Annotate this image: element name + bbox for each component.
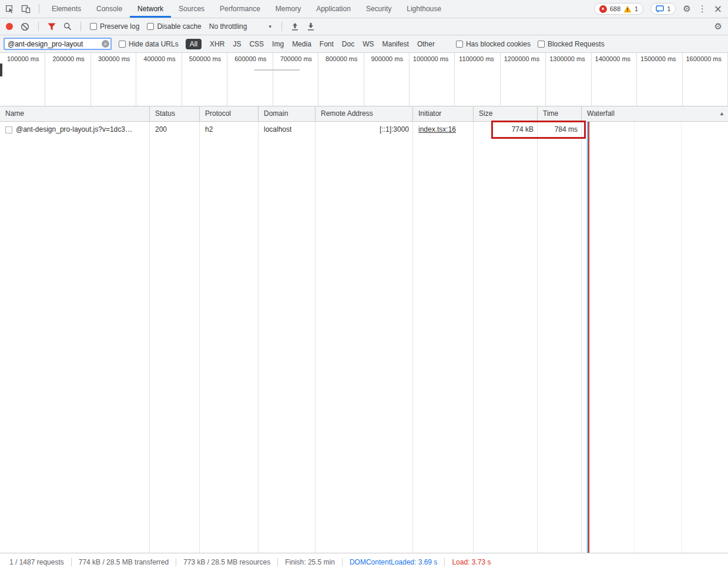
issues-icon	[656, 5, 664, 13]
column-divider[interactable]	[149, 122, 150, 553]
column-header-status[interactable]: Status	[150, 106, 200, 121]
file-icon	[5, 126, 12, 133]
timeline-tick: 1000000 ms	[410, 53, 455, 106]
request-time: 784 ms	[538, 122, 582, 138]
checkbox-icon[interactable]	[119, 41, 126, 48]
request-status: 200	[150, 122, 200, 138]
timeline-tick: 1600000 ms	[683, 53, 728, 106]
blocked-requests-checkbox[interactable]: Blocked Requests	[538, 40, 605, 48]
record-network-log-icon[interactable]	[6, 23, 13, 30]
tab-network[interactable]: Network	[130, 0, 171, 18]
export-har-icon[interactable]	[307, 22, 315, 31]
warning-icon	[623, 5, 632, 13]
timeline-tick: 1500000 ms	[637, 53, 682, 106]
domcontentloaded-time: DOMContentLoaded: 3.69 s	[343, 558, 444, 566]
checkbox-icon[interactable]	[147, 23, 154, 30]
filter-type-doc[interactable]: Doc	[342, 40, 354, 48]
column-divider[interactable]	[315, 122, 316, 553]
filter-type-media[interactable]: Media	[292, 40, 311, 48]
timeline-tick: 1400000 ms	[592, 53, 637, 106]
filter-type-ws[interactable]: WS	[363, 40, 374, 48]
filter-type-all[interactable]: All	[186, 39, 202, 49]
waterfall-gridline	[681, 122, 682, 553]
checkbox-icon[interactable]	[456, 41, 463, 48]
column-header-initiator[interactable]: Initiator	[413, 106, 474, 121]
more-options-icon[interactable]: ⋮	[698, 5, 707, 14]
settings-gear-icon[interactable]: ⚙	[683, 5, 690, 14]
tab-application[interactable]: Application	[308, 0, 358, 18]
filter-type-css[interactable]: CSS	[249, 40, 264, 48]
has-blocked-cookies-checkbox[interactable]: Has blocked cookies	[456, 40, 531, 48]
network-overview-timeline[interactable]: 100000 ms 200000 ms 300000 ms 400000 ms …	[0, 53, 728, 106]
clear-network-log-icon[interactable]	[21, 22, 29, 31]
tab-lighthouse[interactable]: Lighthouse	[399, 0, 449, 18]
overview-selection-handle[interactable]	[0, 64, 2, 76]
tab-security[interactable]: Security	[358, 0, 399, 18]
device-toolbar-icon[interactable]	[21, 4, 31, 14]
throttling-value: No throttling	[209, 22, 247, 31]
requests-table-header: Name Status Protocol Domain Remote Addre…	[0, 106, 728, 122]
timeline-tick: 500000 ms	[182, 53, 227, 106]
timeline-tick: 700000 ms	[273, 53, 318, 106]
sort-ascending-icon: ▲	[719, 106, 724, 121]
column-divider[interactable]	[581, 122, 582, 553]
filter-type-other[interactable]: Other	[417, 40, 435, 48]
waterfall-gridline	[634, 122, 635, 553]
overview-activity-bar	[254, 69, 300, 71]
initiator-link[interactable]: index.tsx:16	[418, 125, 456, 133]
column-header-protocol[interactable]: Protocol	[200, 106, 259, 121]
throttling-dropdown[interactable]: No throttling ▼	[209, 22, 273, 31]
requests-count-summary: 1 / 1487 requests	[2, 558, 71, 566]
column-divider[interactable]	[412, 122, 413, 553]
column-divider[interactable]	[199, 122, 200, 553]
column-header-size[interactable]: Size	[474, 106, 538, 121]
table-row[interactable]: @ant-design_pro-layout.js?v=1dc3… 200 h2…	[0, 122, 728, 138]
issues-badge[interactable]: 1	[650, 3, 676, 15]
tab-elements[interactable]: Elements	[44, 0, 89, 18]
issues-count: 1	[667, 5, 670, 12]
resource-type-filters: All XHR JS CSS Img Media Font Doc WS Man…	[186, 39, 435, 49]
request-initiator-cell: index.tsx:16	[413, 122, 474, 138]
filter-funnel-icon[interactable]	[48, 23, 56, 31]
filter-type-xhr[interactable]: XHR	[210, 40, 224, 48]
column-header-waterfall[interactable]: Waterfall ▲	[582, 106, 728, 121]
close-devtools-icon[interactable]: ×	[714, 4, 722, 14]
filter-type-img[interactable]: Img	[272, 40, 284, 48]
request-name-cell: @ant-design_pro-layout.js?v=1dc3…	[0, 122, 150, 138]
column-divider[interactable]	[473, 122, 474, 553]
tab-memory[interactable]: Memory	[268, 0, 308, 18]
preserve-log-checkbox[interactable]: Preserve log	[90, 22, 139, 31]
column-header-domain[interactable]: Domain	[259, 106, 316, 121]
clear-filter-icon[interactable]: ×	[102, 40, 109, 48]
column-divider[interactable]	[537, 122, 538, 553]
inspect-element-icon[interactable]	[5, 4, 14, 14]
network-settings-gear-icon[interactable]: ⚙	[714, 22, 722, 31]
tab-console[interactable]: Console	[89, 0, 130, 18]
timeline-tick: 600000 ms	[227, 53, 273, 106]
column-header-name[interactable]: Name	[0, 106, 150, 121]
column-divider[interactable]	[258, 122, 259, 553]
toolbar-divider	[38, 22, 39, 31]
timeline-tick: 1200000 ms	[501, 53, 546, 106]
search-icon[interactable]	[63, 22, 72, 31]
request-domain: localhost	[259, 122, 316, 138]
request-remote-address: [::1]:3000	[316, 122, 413, 138]
tab-sources[interactable]: Sources	[171, 0, 212, 18]
filter-type-js[interactable]: JS	[233, 40, 241, 48]
filter-type-manifest[interactable]: Manifest	[383, 40, 409, 48]
network-filter-bar: × Hide data URLs All XHR JS CSS Img Medi…	[0, 35, 728, 53]
domcontentloaded-marker-line	[587, 122, 588, 553]
finish-time: Finish: 25.5 min	[278, 558, 342, 566]
tab-performance[interactable]: Performance	[212, 0, 268, 18]
hide-data-urls-checkbox[interactable]: Hide data URLs	[119, 40, 179, 48]
checkbox-icon[interactable]	[538, 41, 545, 48]
disable-cache-checkbox[interactable]: Disable cache	[147, 22, 201, 31]
has-blocked-cookies-label: Has blocked cookies	[466, 40, 531, 48]
filter-type-font[interactable]: Font	[320, 40, 334, 48]
column-header-time[interactable]: Time	[538, 106, 582, 121]
filter-input[interactable]	[4, 38, 112, 50]
import-har-icon[interactable]	[291, 22, 299, 31]
console-errors-warnings-badge[interactable]: × 688 1	[594, 3, 643, 15]
column-header-remote-address[interactable]: Remote Address	[316, 106, 413, 121]
checkbox-icon[interactable]	[90, 23, 97, 30]
